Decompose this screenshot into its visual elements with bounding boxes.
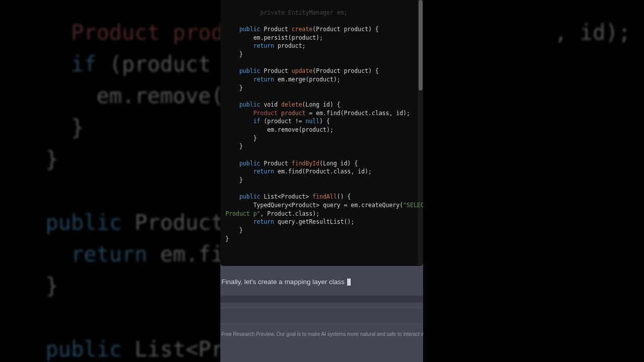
code-line: em.persist(product); bbox=[225, 34, 323, 41]
code-line: Product bbox=[225, 110, 278, 117]
code-line: return bbox=[225, 168, 274, 175]
separator bbox=[220, 296, 423, 303]
code-line: Product p" bbox=[225, 210, 260, 217]
letterbox-left bbox=[0, 0, 10, 362]
code-line: public bbox=[225, 101, 260, 108]
footer-disclaimer: Free Research Preview. Our goal is to ma… bbox=[220, 331, 423, 337]
code-line: } bbox=[225, 135, 257, 142]
code-block[interactable]: private EntityManager em; public Product… bbox=[220, 0, 423, 266]
code-scrollbar-thumb[interactable] bbox=[419, 0, 423, 90]
assistant-message-text: Finally, let's create a mapping layer cl… bbox=[221, 278, 346, 286]
typing-cursor-icon bbox=[347, 279, 351, 286]
code-line: public bbox=[225, 26, 260, 33]
bg-line: } bbox=[20, 274, 58, 298]
code-line: public bbox=[225, 67, 260, 74]
code-line: } bbox=[225, 176, 243, 184]
code-scrollbar-track[interactable] bbox=[418, 0, 423, 266]
code-line: } bbox=[225, 227, 243, 234]
code-line: TypedQuery<Product> query = em.createQue… bbox=[225, 202, 403, 209]
bg-line: public bbox=[20, 337, 122, 361]
letterbox-right bbox=[634, 0, 644, 362]
code-line: } bbox=[225, 84, 243, 92]
code-line: } bbox=[225, 143, 243, 150]
code-line: } bbox=[225, 235, 229, 242]
code-line: public bbox=[225, 193, 260, 200]
bg-line: } bbox=[20, 115, 84, 140]
code-line: em.remove(product); bbox=[225, 126, 334, 133]
code-line: private EntityManager em; bbox=[225, 9, 347, 16]
bg-line: return bbox=[20, 242, 147, 266]
chat-panel: private EntityManager em; public Product… bbox=[220, 0, 423, 362]
bg-line: } bbox=[20, 147, 58, 171]
bg-line: if bbox=[20, 52, 97, 76]
code-line: public bbox=[225, 160, 260, 167]
code-line: return bbox=[225, 218, 274, 225]
code-line: return bbox=[225, 42, 274, 49]
assistant-message: Finally, let's create a mapping layer cl… bbox=[220, 266, 423, 296]
bg-line: public bbox=[20, 210, 122, 235]
code-line: if bbox=[225, 118, 260, 125]
code-line: } bbox=[225, 51, 243, 58]
code-line: return bbox=[225, 76, 274, 83]
chat-input[interactable] bbox=[220, 309, 423, 323]
